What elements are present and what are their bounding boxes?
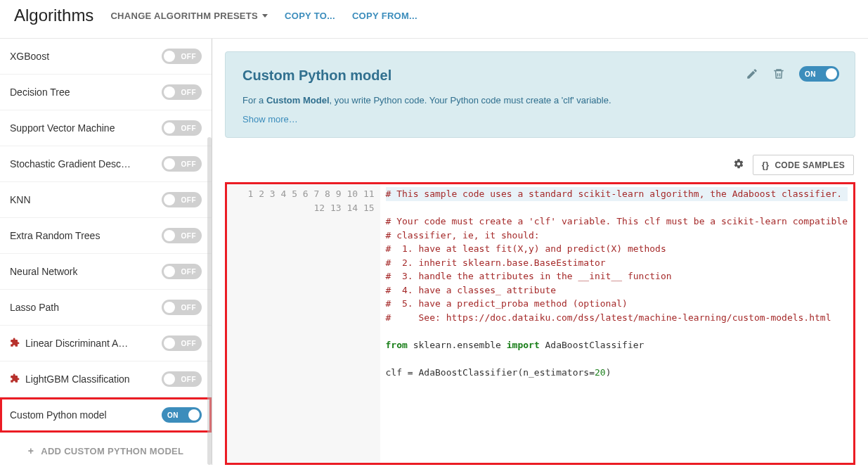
algo-label: Custom Python model xyxy=(10,409,107,421)
algorithm-sidebar: XGBoostOFFDecision TreeOFFSupport Vector… xyxy=(0,39,212,465)
toggle-on-label: ON xyxy=(799,70,822,78)
algo-label: LightGBM Classification xyxy=(25,373,130,385)
sidebar-item-stochastic-gradient-desc-[interactable]: Stochastic Gradient Desc…OFF xyxy=(0,146,212,182)
toggle-off-label: OFF xyxy=(176,268,202,276)
editor-toolbar: {} CODE SAMPLES xyxy=(225,151,855,182)
toggle-knob xyxy=(164,51,175,62)
sidebar-item-decision-tree[interactable]: Decision TreeOFF xyxy=(0,75,212,110)
algo-label: Neural Network xyxy=(10,266,77,277)
code-area[interactable]: # This sample code uses a standard sciki… xyxy=(380,184,853,463)
plus-icon: + xyxy=(28,445,34,456)
algo-toggle[interactable]: OFF xyxy=(162,84,202,100)
sidebar-item-knn[interactable]: KNNOFF xyxy=(0,182,212,218)
trash-icon[interactable] xyxy=(772,68,785,80)
copy-to-button[interactable]: COPY TO... xyxy=(285,11,335,21)
toggle-knob xyxy=(164,302,175,313)
puzzle-icon xyxy=(10,338,20,350)
algo-label: Extra Random Trees xyxy=(10,230,100,241)
toggle-knob xyxy=(164,122,175,134)
panel-enable-toggle[interactable]: ON xyxy=(799,66,839,82)
toggle-off-label: OFF xyxy=(176,53,202,60)
sidebar-item-support-vector-machine[interactable]: Support Vector MachineOFF xyxy=(0,110,212,146)
sidebar-item-custom-python-model[interactable]: Custom Python modelON xyxy=(0,397,212,433)
algo-label-wrap: Decision Tree xyxy=(10,87,70,98)
main-layout: XGBoostOFFDecision TreeOFFSupport Vector… xyxy=(0,39,868,465)
sidebar-item-extra-random-trees[interactable]: Extra Random TreesOFF xyxy=(0,218,212,254)
desc-suffix: , you write Python code. Your Python cod… xyxy=(330,95,611,105)
show-more-link[interactable]: Show more… xyxy=(242,114,838,124)
panel-actions: ON xyxy=(746,66,839,82)
algo-label: Support Vector Machine xyxy=(10,122,115,134)
toggle-knob xyxy=(164,158,175,169)
code-editor[interactable]: 1 2 3 4 5 6 7 8 9 10 11 12 13 14 15 # Th… xyxy=(225,182,855,465)
sidebar-item-linear-discriminant-a-[interactable]: Linear Discriminant A…OFF xyxy=(0,326,212,362)
desc-bold: Custom Model xyxy=(266,95,330,105)
algo-toggle[interactable]: OFF xyxy=(162,300,202,315)
code-samples-label: CODE SAMPLES xyxy=(775,160,845,170)
info-panel: Custom Python model For a Custom Model, … xyxy=(225,51,855,138)
toggle-knob xyxy=(164,87,175,98)
add-custom-model-button[interactable]: +ADD CUSTOM PYTHON MODEL xyxy=(0,433,212,465)
toggle-knob xyxy=(164,266,175,277)
algo-toggle[interactable]: OFF xyxy=(162,335,202,351)
toggle-knob xyxy=(826,68,837,79)
algo-label: Linear Discriminant A… xyxy=(25,338,128,349)
gear-icon[interactable] xyxy=(733,158,744,172)
line-gutter: 1 2 3 4 5 6 7 8 9 10 11 12 13 14 15 xyxy=(227,184,380,463)
toggle-off-label: OFF xyxy=(176,232,202,240)
toggle-knob xyxy=(188,409,200,421)
main-content: Custom Python model For a Custom Model, … xyxy=(212,39,868,465)
algo-label-wrap: LightGBM Classification xyxy=(10,373,130,385)
algo-toggle[interactable]: OFF xyxy=(162,192,202,207)
header: Algorithms CHANGE ALGORITHM PRESETS COPY… xyxy=(0,0,868,39)
toggle-off-label: OFF xyxy=(176,160,202,168)
algo-label: Stochastic Gradient Desc… xyxy=(10,158,131,169)
toggle-knob xyxy=(164,338,175,349)
code-samples-button[interactable]: {} CODE SAMPLES xyxy=(753,155,854,175)
braces-icon: {} xyxy=(762,160,770,170)
algo-label-wrap: Support Vector Machine xyxy=(10,122,115,134)
algo-label-wrap: Extra Random Trees xyxy=(10,230,100,241)
algo-label-wrap: Linear Discriminant A… xyxy=(10,338,128,350)
algo-label-wrap: Stochastic Gradient Desc… xyxy=(10,158,131,169)
chevron-down-icon xyxy=(262,14,268,18)
toggle-off-label: OFF xyxy=(176,124,202,132)
algo-label: KNN xyxy=(10,194,31,205)
toggle-knob xyxy=(164,194,175,205)
algo-label: Lasso Path xyxy=(10,302,59,313)
algo-toggle[interactable]: OFF xyxy=(162,264,202,279)
toggle-off-label: OFF xyxy=(176,376,202,383)
toggle-off-label: OFF xyxy=(176,304,202,312)
page-title: Algorithms xyxy=(14,6,93,25)
sidebar-item-lightgbm-classification[interactable]: LightGBM ClassificationOFF xyxy=(0,362,212,397)
algo-toggle[interactable]: OFF xyxy=(162,156,202,172)
algo-toggle[interactable]: OFF xyxy=(162,49,202,64)
toggle-off-label: OFF xyxy=(176,196,202,204)
algo-toggle[interactable]: OFF xyxy=(162,228,202,243)
add-custom-label: ADD CUSTOM PYTHON MODEL xyxy=(41,446,183,456)
algo-label: XGBoost xyxy=(10,51,49,62)
sidebar-item-xgboost[interactable]: XGBoostOFF xyxy=(0,39,212,75)
change-presets-label: CHANGE ALGORITHM PRESETS xyxy=(110,11,258,21)
algo-label-wrap: Neural Network xyxy=(10,266,77,277)
algo-toggle[interactable]: OFF xyxy=(162,371,202,387)
sidebar-item-neural-network[interactable]: Neural NetworkOFF xyxy=(0,254,212,290)
algo-label-wrap: Lasso Path xyxy=(10,302,59,313)
algo-label-wrap: Custom Python model xyxy=(10,409,107,421)
panel-description: For a Custom Model, you write Python cod… xyxy=(242,95,838,105)
sidebar-item-lasso-path[interactable]: Lasso PathOFF xyxy=(0,290,212,326)
algo-label: Decision Tree xyxy=(10,87,70,98)
change-presets-dropdown[interactable]: CHANGE ALGORITHM PRESETS xyxy=(110,11,268,21)
edit-icon[interactable] xyxy=(746,68,758,80)
toggle-off-label: OFF xyxy=(176,89,202,96)
toggle-off-label: OFF xyxy=(176,340,202,347)
algo-label-wrap: KNN xyxy=(10,194,31,205)
toggle-knob xyxy=(164,230,175,241)
puzzle-icon xyxy=(10,373,20,385)
algo-toggle[interactable]: OFF xyxy=(162,120,202,136)
copy-from-button[interactable]: COPY FROM... xyxy=(352,11,417,21)
algo-toggle[interactable]: ON xyxy=(162,407,202,423)
toggle-on-label: ON xyxy=(162,411,184,419)
algo-label-wrap: XGBoost xyxy=(10,51,49,62)
toggle-knob xyxy=(164,373,175,385)
